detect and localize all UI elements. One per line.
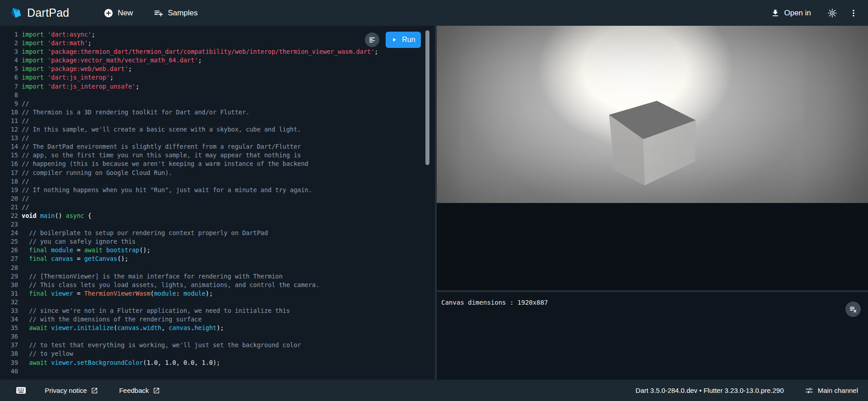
line-number: 40 (3, 367, 18, 376)
code-line: 31 final viewer = ThermionViewerWasm(mod… (3, 289, 435, 298)
code-lines: 1import 'dart:async';2import 'dart:math'… (0, 26, 435, 376)
code-line: 40 (3, 367, 435, 376)
code-line: 39 await viewer.setBackgroundColor(1.0, … (3, 359, 435, 367)
line-number: 23 (3, 220, 18, 229)
line-number: 20 (3, 194, 18, 203)
line-number: 24 (3, 229, 18, 237)
code-line: 22void main() async { (3, 212, 435, 220)
code-line: 34 // with the dimensions of the renderi… (3, 315, 435, 324)
line-number: 27 (3, 255, 18, 263)
format-align-icon (368, 36, 376, 44)
tune-icon (805, 386, 814, 395)
code-line: 5import 'package:web/web.dart'; (3, 65, 435, 73)
code-line: 19// If nothing happens when you hit "Ru… (3, 186, 435, 194)
dart-logo-icon (10, 7, 22, 19)
code-line: 26 final module = await bootstrap(); (3, 246, 435, 255)
code-line: 32 (3, 298, 435, 307)
code-line: 21// (3, 203, 435, 212)
code-line: 8 (3, 91, 435, 99)
line-number: 19 (3, 186, 18, 194)
channel-label: Main channel (818, 387, 858, 394)
feedback-link[interactable]: Feedback (119, 387, 160, 394)
line-number: 33 (3, 307, 18, 315)
code-line: 11// (3, 117, 435, 125)
external-link-icon (91, 387, 98, 394)
line-number: 3 (3, 47, 18, 56)
app-title: DartPad (27, 6, 69, 19)
code-line: 7import 'dart:js_interop_unsafe'; (3, 82, 435, 91)
line-number: 38 (3, 349, 18, 358)
new-button[interactable]: New (104, 8, 133, 18)
new-button-label: New (118, 9, 133, 18)
console-panel: Canvas dimensions : 868x401 (437, 292, 868, 380)
line-number: 30 (3, 281, 18, 289)
line-number: 8 (3, 91, 18, 99)
code-editor[interactable]: 1import 'dart:async';2import 'dart:math'… (0, 26, 435, 380)
line-number: 31 (3, 289, 18, 298)
code-line: 29 // [ThermionViewer] is the main inter… (3, 272, 435, 281)
line-number: 37 (3, 341, 18, 349)
line-number: 11 (3, 117, 18, 125)
code-line: 28 (3, 264, 435, 272)
theme-toggle-button[interactable] (827, 8, 837, 18)
play-icon (391, 37, 397, 43)
run-button[interactable]: Run (386, 32, 421, 48)
line-number: 35 (3, 324, 18, 332)
playlist-add-icon (154, 8, 164, 18)
line-number: 15 (3, 151, 18, 160)
open-in-button[interactable]: Open in (771, 9, 811, 18)
output-panel: Canvas dimensions : 868x401 (437, 26, 868, 380)
version-info: Dart 3.5.0-284.0.dev • Flutter 3.23.0-13… (636, 387, 784, 394)
feedback-label: Feedback (119, 387, 149, 394)
line-number: 1 (3, 30, 18, 39)
run-button-label: Run (402, 36, 415, 44)
line-number: 22 (3, 212, 18, 220)
channel-selector[interactable]: Main channel (805, 386, 858, 395)
frame-background (437, 203, 868, 290)
samples-button[interactable]: Samples (154, 8, 198, 18)
code-line: 15// app, so the first time you run this… (3, 151, 435, 160)
line-number: 34 (3, 315, 18, 324)
code-line: 35 await viewer.initialize(canvas.width,… (3, 324, 435, 332)
code-line: 14// The DartPad environment is slightly… (3, 142, 435, 151)
code-line: 18// (3, 177, 435, 186)
code-line: 4import 'package:vector_math/vector_math… (3, 56, 435, 65)
line-number: 5 (3, 65, 18, 73)
line-number: 4 (3, 56, 18, 65)
line-number: 6 (3, 73, 18, 82)
line-number: 9 (3, 99, 18, 108)
code-line: 16// happening (this is because we aren'… (3, 160, 435, 168)
format-button[interactable] (365, 33, 379, 47)
clear-console-button[interactable] (845, 302, 861, 317)
code-line: 20// (3, 194, 435, 203)
editor-scrollbar-thumb[interactable] (425, 30, 429, 165)
line-number: 18 (3, 177, 18, 186)
line-number: 21 (3, 203, 18, 212)
code-line: 36 (3, 332, 435, 341)
overflow-menu-button[interactable] (849, 8, 858, 18)
code-line: 23 (3, 220, 435, 229)
code-line: 25 // you can safely ignore this (3, 237, 435, 246)
code-line: 9// (3, 99, 435, 108)
brand: DartPad (10, 6, 69, 19)
code-line: 24 // boilerplate to setup our rendering… (3, 229, 435, 237)
code-line: 37 // to test that everything is working… (3, 341, 435, 349)
download-icon (771, 9, 780, 18)
render-output-view (437, 26, 868, 203)
line-number: 25 (3, 237, 18, 246)
line-number: 32 (3, 298, 18, 307)
line-number: 29 (3, 272, 18, 281)
line-number: 10 (3, 108, 18, 117)
privacy-notice-link[interactable]: Privacy notice (45, 387, 98, 394)
line-number: 16 (3, 160, 18, 168)
code-line: 3import 'package:thermion_dart/thermion_… (3, 47, 435, 56)
samples-button-label: Samples (168, 9, 198, 18)
console-output: Canvas dimensions : 868x401 (441, 299, 863, 306)
main-area: 1import 'dart:async';2import 'dart:math'… (0, 26, 868, 380)
code-line: 30 // This class lets you load assets, l… (3, 281, 435, 289)
status-bar: Privacy notice Feedback Dart 3.5.0-284.0… (0, 380, 868, 401)
privacy-notice-label: Privacy notice (45, 387, 87, 394)
keyboard-icon (15, 385, 27, 396)
keyboard-shortcuts-button[interactable] (15, 385, 27, 396)
brightness-icon (827, 8, 837, 18)
